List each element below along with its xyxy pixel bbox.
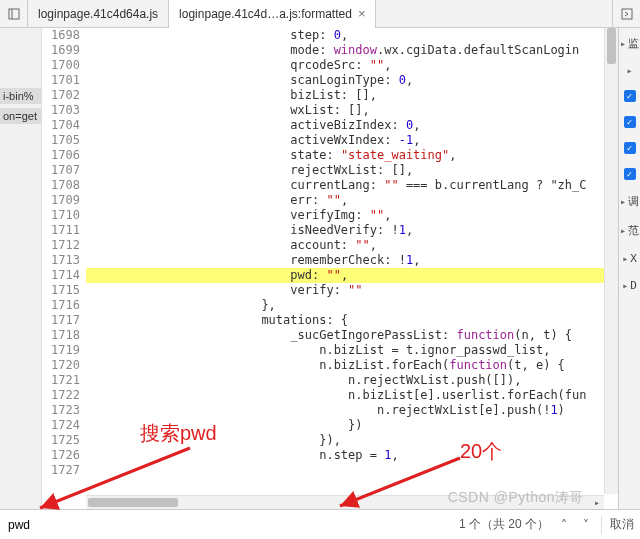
code-line[interactable]: _sucGetIngorePassList: function(n, t) {	[86, 328, 618, 343]
checkbox-icon[interactable]: ✓	[624, 116, 636, 128]
panel-section-toggle[interactable]: ▸范	[620, 223, 639, 238]
line-number: 1717	[42, 313, 80, 328]
code-line[interactable]: qrcodeSrc: "",	[86, 58, 618, 73]
chevron-right-icon: ▸	[620, 225, 626, 236]
code-line[interactable]: }),	[86, 433, 618, 448]
line-number: 1727	[42, 463, 80, 478]
files-pane-icon[interactable]	[0, 0, 28, 28]
svg-rect-2	[622, 9, 632, 19]
line-number: 1715	[42, 283, 80, 298]
code-line[interactable]	[86, 463, 618, 478]
line-number: 1699	[42, 43, 80, 58]
close-icon[interactable]: ×	[358, 6, 366, 21]
panel-section-toggle[interactable]: ▸监	[620, 36, 639, 51]
line-number: 1698	[42, 28, 80, 43]
panel-section-toggle[interactable]: ▸调	[620, 194, 639, 209]
code-line[interactable]: scanLoginType: 0,	[86, 73, 618, 88]
code-line[interactable]: n.bizList = t.ignor_passwd_list,	[86, 343, 618, 358]
code-line[interactable]: n.rejectWxList.push([]),	[86, 373, 618, 388]
chevron-right-icon: ▸	[622, 280, 628, 291]
line-number: 1700	[42, 58, 80, 73]
line-number: 1716	[42, 298, 80, 313]
code-line[interactable]: currentLang: "" === b.currentLang ? "zh_…	[86, 178, 618, 193]
code-line[interactable]: verifyImg: "",	[86, 208, 618, 223]
scrollbar-thumb[interactable]	[88, 498, 178, 507]
code-line[interactable]: },	[86, 298, 618, 313]
panel-section-toggle[interactable]: ▸X	[622, 252, 637, 265]
tab-formatted-file[interactable]: loginpage.41c4d…a.js:formatted ×	[169, 0, 376, 28]
tabs-container: loginpage.41c4d64a.js loginpage.41c4d…a.…	[28, 0, 376, 28]
panel-section-label: 范	[628, 223, 639, 238]
line-gutter: 1698169917001701170217031704170517061707…	[42, 28, 86, 509]
code-content[interactable]: step: 0, mode: window.wx.cgiData.default…	[86, 28, 618, 509]
left-strip-frag: i-bin%	[0, 88, 41, 104]
cancel-button[interactable]: 取消	[610, 516, 634, 533]
line-number: 1725	[42, 433, 80, 448]
search-input[interactable]	[6, 514, 266, 536]
code-line[interactable]: rejectWxList: [],	[86, 163, 618, 178]
code-editor[interactable]: 1698169917001701170217031704170517061707…	[42, 28, 618, 509]
line-number: 1712	[42, 238, 80, 253]
line-number: 1718	[42, 328, 80, 343]
code-line[interactable]: pwd: "",	[86, 268, 618, 283]
line-number: 1721	[42, 373, 80, 388]
search-next-icon[interactable]: ˅	[579, 518, 593, 532]
line-number: 1722	[42, 388, 80, 403]
checkbox-icon[interactable]: ✓	[624, 142, 636, 154]
code-line[interactable]: activeWxIndex: -1,	[86, 133, 618, 148]
line-number: 1708	[42, 178, 80, 193]
line-number: 1702	[42, 88, 80, 103]
checkbox-icon[interactable]: ✓	[624, 90, 636, 102]
tab-source-file[interactable]: loginpage.41c4d64a.js	[28, 0, 169, 28]
line-number: 1703	[42, 103, 80, 118]
code-line[interactable]: mode: window.wx.cgiData.defaultScanLogin	[86, 43, 618, 58]
code-line[interactable]: isNeedVerify: !1,	[86, 223, 618, 238]
scrollbar-thumb[interactable]	[607, 28, 616, 64]
panel-section-toggle[interactable]: ▸D	[622, 279, 637, 292]
code-line[interactable]: step: 0,	[86, 28, 618, 43]
code-line[interactable]: state: "state_waiting",	[86, 148, 618, 163]
code-line[interactable]: n.bizList.forEach(function(t, e) {	[86, 358, 618, 373]
panel-section-label: X	[630, 252, 637, 265]
code-line[interactable]: n.bizList[e].userlist.forEach(fun	[86, 388, 618, 403]
left-strip-frag: on=get	[0, 108, 41, 124]
scrollbar-horizontal[interactable]: ◂ ▸	[86, 495, 604, 509]
line-number: 1707	[42, 163, 80, 178]
scrollbar-vertical[interactable]	[604, 28, 618, 494]
code-line[interactable]: wxList: [],	[86, 103, 618, 118]
code-line[interactable]: rememberCheck: !1,	[86, 253, 618, 268]
code-line[interactable]: n.rejectWxList[e].push(!1)	[86, 403, 618, 418]
chevron-right-icon: ▸	[620, 38, 626, 49]
checkbox-icon[interactable]: ✓	[624, 168, 636, 180]
line-number: 1706	[42, 148, 80, 163]
panel-section-label: D	[630, 279, 637, 292]
code-line[interactable]: bizList: [],	[86, 88, 618, 103]
code-line[interactable]: })	[86, 418, 618, 433]
line-number: 1709	[42, 193, 80, 208]
search-prev-icon[interactable]: ˄	[557, 518, 571, 532]
code-line[interactable]: account: "",	[86, 238, 618, 253]
more-tabs-icon[interactable]	[612, 0, 640, 28]
right-panel: ▸监▸✓✓✓✓▸调▸范▸X▸D	[618, 28, 640, 509]
line-number: 1705	[42, 133, 80, 148]
search-bar: 1 个（共 20 个） ˄ ˅ 取消	[0, 509, 640, 539]
panel-section-label: 监	[628, 36, 639, 51]
line-number: 1710	[42, 208, 80, 223]
line-number: 1701	[42, 73, 80, 88]
code-line[interactable]: mutations: {	[86, 313, 618, 328]
line-number: 1714	[42, 268, 80, 283]
line-number: 1723	[42, 403, 80, 418]
code-line[interactable]: err: "",	[86, 193, 618, 208]
tab-bar: loginpage.41c4d64a.js loginpage.41c4d…a.…	[0, 0, 640, 28]
code-line[interactable]: activeBizIndex: 0,	[86, 118, 618, 133]
code-line[interactable]: n.step = 1,	[86, 448, 618, 463]
panel-section-toggle[interactable]: ▸	[626, 65, 632, 76]
chevron-right-icon: ▸	[620, 196, 626, 207]
chevron-right-icon: ▸	[626, 65, 632, 76]
line-number: 1720	[42, 358, 80, 373]
line-number: 1704	[42, 118, 80, 133]
search-count: 1 个（共 20 个）	[459, 516, 549, 533]
code-line[interactable]: verify: ""	[86, 283, 618, 298]
tab-label: loginpage.41c4d64a.js	[38, 7, 158, 21]
scroll-right-icon[interactable]: ▸	[590, 497, 604, 508]
